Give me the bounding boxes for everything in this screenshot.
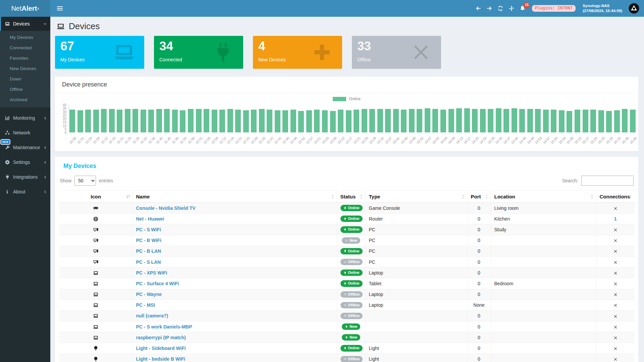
info-icon — [5, 189, 10, 194]
bar — [559, 110, 565, 132]
bar — [622, 109, 628, 132]
device-name-link[interactable]: PC - XPS WiFi — [136, 270, 167, 276]
table-row: PC - S work Daniels-MBPNew0 — [59, 321, 635, 332]
x-mark-icon — [343, 357, 347, 361]
x-mark-icon[interactable] — [613, 228, 618, 232]
sidebar-subitem-archived[interactable]: Archived — [0, 95, 50, 105]
device-name-link[interactable]: PC - S work Daniels-MBP — [136, 324, 192, 329]
back-arrow-icon[interactable] — [475, 5, 481, 11]
x-mark-icon[interactable] — [613, 282, 618, 286]
app-logo[interactable]: NetAlertx — [0, 0, 50, 17]
device-name-link[interactable]: raspberrypi (IP match) — [136, 335, 186, 340]
x-mark-icon[interactable] — [613, 346, 618, 351]
column-header-connections[interactable]: Connections — [596, 191, 635, 203]
sidebar-item-network[interactable]: Network — [0, 125, 50, 140]
legend-swatch-online — [333, 97, 346, 101]
device-port: 0 — [467, 354, 491, 362]
sidebar-item-monitoring[interactable]: Monitoring — [0, 111, 50, 125]
x-mark-icon[interactable] — [613, 206, 618, 211]
device-name-link[interactable]: PC - S WiFi — [136, 227, 161, 232]
summary-card-offline[interactable]: 33Offline — [352, 36, 441, 69]
status-label: Offline — [348, 303, 360, 307]
refresh-icon[interactable] — [497, 5, 503, 11]
plug-icon — [343, 217, 347, 221]
sidebar-subitem-offline[interactable]: Offline — [0, 84, 50, 95]
column-header-location[interactable]: Location — [491, 191, 596, 203]
column-header-icon[interactable]: Icon — [59, 191, 132, 203]
bar — [282, 110, 288, 132]
sidebar-subitem-down[interactable]: Down — [0, 74, 50, 84]
x-mark-icon[interactable] — [613, 292, 618, 297]
bar — [156, 109, 162, 132]
x-mark-icon[interactable] — [613, 249, 618, 254]
column-header-type[interactable]: Type — [365, 191, 467, 203]
x-mark-icon[interactable] — [613, 260, 618, 265]
bar — [204, 109, 209, 132]
device-location — [491, 343, 596, 354]
device-name-link[interactable]: PC - B WiFi — [136, 238, 161, 243]
sidebar-item-maintenance[interactable]: NEWMaintenance — [0, 140, 50, 155]
move-arrows-icon[interactable] — [508, 5, 515, 11]
sidebar-subitem-favorites[interactable]: Favorites — [0, 53, 50, 63]
table-row: null (camera?)Offline0 — [59, 310, 635, 321]
bar — [227, 109, 233, 132]
status-badge: Offline — [340, 291, 363, 298]
x-mark-icon[interactable] — [613, 336, 618, 340]
summary-card-connected[interactable]: 34Connected — [154, 36, 243, 69]
sidebar-subitem-connected[interactable]: Connected — [0, 43, 50, 53]
plug-icon — [345, 336, 348, 339]
column-header-name[interactable]: Name — [132, 191, 337, 203]
bar — [306, 110, 312, 132]
column-header-status[interactable]: Status — [337, 191, 365, 203]
status-badge: Offline — [340, 259, 363, 265]
plugins-status-badge[interactable]: Plugins: INTRNT — [532, 5, 576, 12]
device-name-link[interactable]: Net - Huawei — [136, 216, 164, 222]
sidebar-item-settings[interactable]: Settings — [0, 155, 50, 170]
device-name-link[interactable]: PC - B LAN — [136, 248, 161, 254]
sidebar-item-about[interactable]: About — [0, 184, 50, 199]
sidebar-subitem-my-devices[interactable]: My Devices — [0, 32, 50, 43]
column-header-port[interactable]: Port — [467, 191, 491, 203]
x-mark-icon[interactable] — [613, 303, 618, 308]
device-port: 0 — [467, 203, 491, 214]
user-avatar[interactable] — [629, 3, 639, 14]
device-name-link[interactable]: Console - Nvidia Shield TV — [136, 205, 196, 211]
device-location — [491, 310, 596, 321]
x-mark-icon[interactable] — [613, 357, 618, 362]
sidebar-toggle-button[interactable] — [56, 5, 64, 12]
x-mark-icon[interactable] — [613, 325, 618, 329]
plus-icon — [307, 41, 337, 64]
sidebar-subitem-new-devices[interactable]: New Devices — [0, 63, 50, 74]
wrench-icon — [5, 145, 10, 150]
device-name-link[interactable]: PC - S LAN — [136, 259, 161, 265]
device-port: 0 — [467, 278, 491, 289]
summary-card-new-devices[interactable]: 4New Devices — [253, 36, 342, 69]
sidebar-item-integrations[interactable]: Integrations — [0, 170, 50, 184]
device-type: Router — [365, 214, 467, 224]
forward-arrow-icon[interactable] — [486, 5, 492, 11]
x-mark-icon[interactable] — [613, 271, 618, 276]
notifications-button[interactable]: 15 — [520, 5, 526, 11]
bar — [614, 110, 620, 132]
bar — [432, 109, 438, 132]
x-mark-icon[interactable] — [613, 238, 618, 243]
bar — [590, 110, 596, 132]
device-name-link[interactable]: PC - Surface 4 WiFi — [136, 281, 179, 286]
x-mark-icon[interactable] — [613, 314, 618, 319]
connections-count-link[interactable]: 1 — [614, 216, 617, 222]
device-name-link[interactable]: Light - Sideboard WiFi — [136, 346, 186, 351]
bar — [527, 109, 533, 132]
search-input[interactable] — [581, 176, 634, 186]
status-badge: Online — [340, 345, 363, 351]
page-length-select[interactable]: 50 — [74, 176, 96, 186]
device-name-link[interactable]: PC - MSI — [136, 302, 155, 308]
bar — [480, 109, 486, 132]
sidebar-item-devices[interactable]: Devices — [0, 17, 50, 31]
device-name-link[interactable]: PC - Wayne — [136, 292, 162, 297]
device-name-link[interactable]: Light - bedside B WiFi — [136, 356, 185, 362]
device-name-link[interactable]: null (camera?) — [136, 313, 168, 318]
device-location — [491, 354, 596, 362]
summary-card-my-devices[interactable]: 67My Devices — [55, 36, 144, 69]
top-navbar: NetAlertx 15 Plugins: INTRNT Synology-NA… — [0, 0, 644, 17]
sidebar-item-label: Integrations — [13, 174, 38, 180]
